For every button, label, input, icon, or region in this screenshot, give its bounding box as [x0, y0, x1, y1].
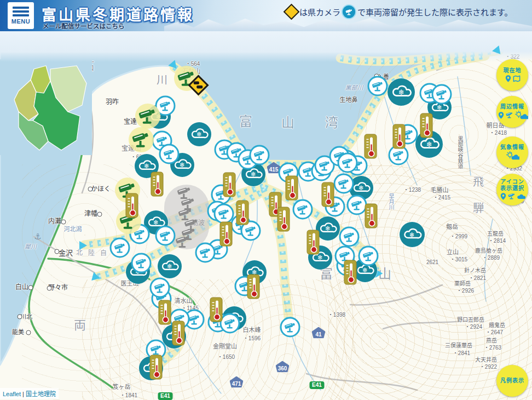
direction-arrow-icon	[79, 241, 87, 250]
road-camera-icon[interactable]	[131, 253, 152, 273]
snow-cloud-glyph: ❄	[160, 256, 180, 276]
map-button-weather-info[interactable]: 気象情報	[496, 136, 528, 168]
congestion-warning-icon[interactable]	[187, 74, 209, 96]
pin-icon	[504, 75, 512, 83]
town-marker	[97, 212, 102, 217]
snow-weather-icon[interactable]: ❄	[158, 254, 182, 278]
map-button-label: 凡例表示	[500, 378, 524, 384]
leaflet-link[interactable]: Leaflet	[3, 391, 21, 397]
sun-cloud-icon	[505, 151, 519, 161]
camera-badge-icon	[342, 4, 356, 19]
road-camera-icon[interactable]	[159, 144, 180, 164]
road-temp-icon[interactable]	[126, 193, 138, 218]
mail-service-link[interactable]: メール配信サービスはこちら	[43, 21, 125, 30]
snow-weather-icon[interactable]: ❄	[388, 78, 415, 106]
cctv-glyph	[244, 224, 258, 238]
road-temp-icon[interactable]	[150, 355, 163, 380]
road-temp-icon[interactable]	[247, 275, 260, 299]
map-button-label: 周辺情報	[500, 104, 524, 110]
hamburger-icon	[13, 7, 29, 16]
map-button-current-location[interactable]: 現在地	[496, 59, 528, 91]
cctv-glyph	[198, 245, 212, 260]
snow-weather-icon[interactable]: ❄	[187, 122, 211, 146]
road-temp-icon[interactable]	[277, 207, 290, 232]
map-button-legend[interactable]: 凡例表示	[496, 365, 528, 397]
thermometer-glyph	[151, 356, 162, 379]
road-camera-icon[interactable]	[250, 145, 270, 165]
cctv-glyph	[435, 87, 449, 101]
road-temp-icon[interactable]	[365, 204, 378, 228]
road-camera-icon[interactable]	[338, 153, 358, 173]
road-camera-icon[interactable]	[293, 199, 313, 220]
road-camera-icon[interactable]	[280, 317, 300, 338]
road-temp-icon[interactable]	[151, 172, 164, 197]
road-camera-icon[interactable]	[432, 84, 452, 105]
map-button-icon-select[interactable]: アイコン表示選択	[496, 174, 528, 205]
svg-text:❄: ❄	[251, 170, 256, 178]
map-stage[interactable]: 富山湾石川両富山市飛騨羽咋宝達石動山・564宝達山・637かほく津幡内灘河北潟犀…	[0, 0, 532, 400]
road-camera-icon[interactable]	[214, 204, 234, 224]
notice-text-pre: は県カメラ	[299, 6, 340, 18]
road-temp-icon[interactable]	[286, 176, 298, 201]
road-camera-icon[interactable]	[347, 195, 367, 215]
town-marker	[61, 220, 66, 225]
road-temp-icon[interactable]	[344, 260, 357, 285]
svg-text:❄: ❄	[153, 219, 159, 226]
road-temp-icon[interactable]	[210, 298, 223, 322]
snow-cloud-glyph: ❄	[402, 224, 423, 244]
snow-weather-icon[interactable]: ❄	[316, 216, 340, 241]
road-temp-icon[interactable]	[393, 124, 406, 149]
road-camera-icon[interactable]	[368, 76, 388, 96]
attribution: Leaflet | 国土地理院	[0, 388, 59, 399]
road-camera-icon[interactable]	[110, 238, 130, 258]
road-camera-icon[interactable]	[339, 227, 360, 247]
road-temp-icon[interactable]	[420, 113, 433, 138]
svg-text:❄: ❄	[362, 266, 368, 274]
cctv-glyph	[317, 158, 332, 173]
pref-camera-icon[interactable]	[137, 105, 159, 127]
map-button-icons	[504, 75, 521, 83]
menu-button[interactable]: MENU	[8, 2, 34, 29]
map-icon	[512, 75, 521, 83]
thermometer-glyph	[211, 298, 222, 322]
road-temp-icon[interactable]	[223, 173, 236, 197]
cloud-icon	[516, 192, 525, 200]
thermometer-glyph	[366, 204, 377, 228]
cctv-glyph	[158, 228, 172, 243]
road-camera-icon[interactable]	[220, 313, 240, 334]
town-marker	[18, 315, 22, 319]
snow-cloud-glyph: ❄	[189, 124, 209, 144]
town-marker	[28, 285, 33, 290]
svg-text:❄: ❄	[409, 231, 415, 239]
road-temp-icon[interactable]	[220, 222, 233, 247]
road-camera-icon[interactable]	[334, 174, 354, 194]
road-temp-icon[interactable]	[365, 134, 377, 159]
road-camera-icon[interactable]	[150, 278, 170, 298]
road-temp-icon[interactable]	[172, 321, 185, 346]
direction-arrow-icon	[491, 45, 501, 55]
snow-weather-icon[interactable]: ❄	[400, 222, 425, 247]
road-temp-icon[interactable]	[236, 201, 249, 225]
pref-camera-icon[interactable]	[130, 129, 152, 151]
prefecture-inset-map	[0, 59, 92, 155]
thermometer-glyph	[126, 194, 138, 218]
cctv-glyph	[113, 241, 127, 255]
road-camera-icon[interactable]	[195, 243, 216, 263]
pin-icon	[499, 192, 507, 201]
map-button-nearby-info[interactable]: 周辺情報	[496, 96, 528, 128]
thermometer-glyph	[365, 135, 377, 158]
cctv-glyph	[371, 79, 385, 93]
cctv-glyph	[505, 111, 514, 119]
road-temp-icon[interactable]	[307, 230, 320, 255]
cctv-glyph	[174, 233, 192, 250]
banner-fade-band	[0, 31, 532, 62]
road-temp-icon[interactable]	[322, 182, 334, 207]
offline-camera-icon[interactable]	[174, 233, 192, 250]
road-camera-icon[interactable]	[358, 246, 379, 266]
cctv-glyph	[158, 99, 172, 113]
gsi-link[interactable]: 国土地理院	[26, 391, 56, 397]
road-camera-icon[interactable]	[155, 226, 176, 246]
road-temp-icon[interactable]	[159, 300, 171, 325]
attribution-separator: |	[21, 391, 26, 397]
cctv-glyph	[507, 192, 516, 201]
